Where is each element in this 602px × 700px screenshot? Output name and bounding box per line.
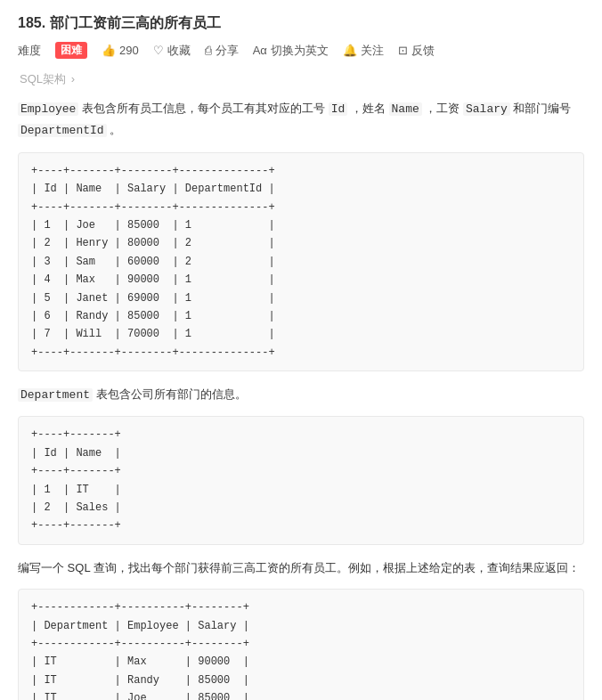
follow-button[interactable]: 🔔 关注 bbox=[343, 43, 384, 59]
like-button[interactable]: 👍 290 bbox=[102, 44, 139, 57]
code-salary: Salary bbox=[463, 102, 510, 116]
breadcrumb[interactable]: SQL架构 › bbox=[18, 71, 584, 87]
code-id: Id bbox=[329, 102, 348, 116]
code-employee: Employee bbox=[18, 102, 78, 116]
translate-button[interactable]: Aα 切换为英文 bbox=[253, 43, 329, 59]
heart-icon: ♡ bbox=[153, 44, 164, 57]
bell-icon: 🔔 bbox=[343, 44, 357, 57]
result-table-block: +------------+----------+--------+ | Dep… bbox=[18, 589, 584, 700]
share-icon: ⎙ bbox=[205, 44, 212, 57]
share-button[interactable]: ⎙ 分享 bbox=[205, 43, 239, 59]
translate-label: 切换为英文 bbox=[271, 43, 329, 59]
thumb-icon: 👍 bbox=[102, 44, 116, 57]
collect-button[interactable]: ♡ 收藏 bbox=[153, 43, 191, 59]
feedback-button[interactable]: ⊡ 反馈 bbox=[398, 43, 435, 59]
code-name: Name bbox=[389, 102, 422, 116]
translate-icon: Aα bbox=[253, 44, 267, 57]
code-department: Department bbox=[18, 388, 93, 402]
desc-text-4: 和部门编号 bbox=[513, 102, 571, 115]
breadcrumb-text: SQL架构 bbox=[20, 72, 66, 85]
dept-description: Department 表包含公司所有部门的信息。 bbox=[18, 384, 584, 405]
like-count: 290 bbox=[119, 44, 139, 57]
difficulty-label: 难度 bbox=[18, 43, 41, 59]
query-description: 编写一个 SQL 查询，找出每个部门获得前三高工资的所有员工。例如，根据上述给定… bbox=[18, 558, 584, 578]
desc-text-3: ，工资 bbox=[425, 102, 463, 115]
collect-label: 收藏 bbox=[167, 43, 191, 59]
desc-text-2: ，姓名 bbox=[351, 102, 389, 115]
difficulty-badge: 困难 bbox=[55, 42, 87, 59]
desc-text-5: 。 bbox=[110, 123, 121, 136]
department-table-block: +----+-------+ | Id | Name | +----+-----… bbox=[18, 416, 584, 544]
employee-table-block: +----+-------+--------+--------------+ |… bbox=[18, 152, 584, 371]
toolbar: 难度 困难 👍 290 ♡ 收藏 ⎙ 分享 Aα 切换为英文 🔔 关注 ⊡ 反馈 bbox=[18, 42, 584, 59]
share-label: 分享 bbox=[216, 43, 239, 59]
code-deptid: DepartmentId bbox=[18, 124, 107, 137]
feedback-icon: ⊡ bbox=[398, 44, 408, 57]
page-title: 185. 部门工资前三高的所有员工 bbox=[18, 14, 584, 33]
follow-label: 关注 bbox=[361, 43, 384, 59]
description: Employee 表包含所有员工信息，每个员工有其对应的工号 Id ，姓名 Na… bbox=[18, 98, 584, 142]
desc-text-1: 表包含所有员工信息，每个员工有其对应的工号 bbox=[82, 102, 329, 115]
feedback-label: 反馈 bbox=[411, 43, 435, 59]
dept-desc-text: 表包含公司所有部门的信息。 bbox=[96, 387, 247, 401]
breadcrumb-arrow: › bbox=[71, 72, 75, 85]
